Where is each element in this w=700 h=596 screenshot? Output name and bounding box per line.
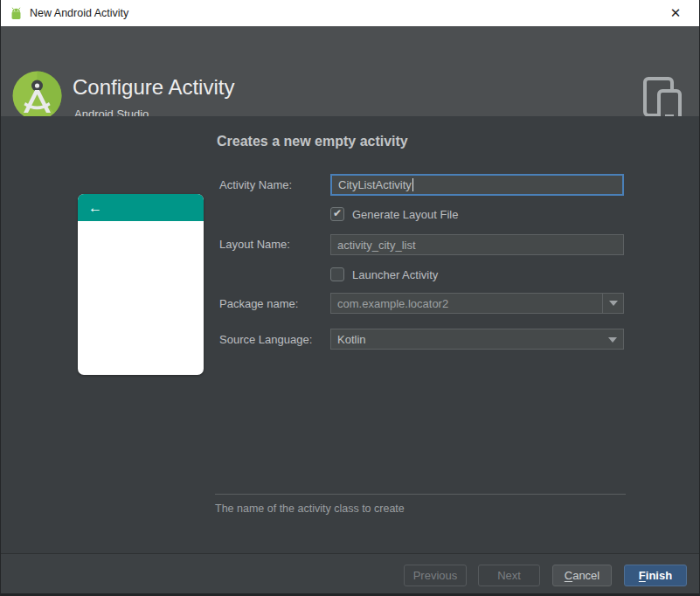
preview-appbar: ← bbox=[78, 194, 204, 221]
previous-button[interactable]: Previous bbox=[404, 565, 467, 586]
cancel-label-rest: ancel bbox=[572, 569, 600, 582]
launcher-activity-checkbox-row[interactable]: Launcher Activity bbox=[330, 267, 438, 281]
generate-layout-label: Generate Layout File bbox=[352, 208, 458, 221]
dialog-footer: Previous Next Cancel Finish bbox=[1, 553, 699, 596]
package-name-value: com.example.locator2 bbox=[337, 297, 448, 310]
layout-name-input[interactable]: activity_city_list bbox=[330, 234, 624, 255]
cancel-mnemonic: C bbox=[565, 569, 572, 582]
activity-name-label: Activity Name: bbox=[219, 178, 292, 191]
hint-separator bbox=[215, 494, 626, 495]
android-studio-logo-icon bbox=[12, 71, 62, 121]
chevron-down-icon bbox=[609, 301, 618, 306]
activity-name-input[interactable]: CityListActivity bbox=[330, 174, 624, 196]
next-button[interactable]: Next bbox=[478, 565, 540, 586]
source-language-label: Source Language: bbox=[219, 333, 312, 346]
field-hint-text: The name of the activity class to create bbox=[215, 502, 405, 515]
close-icon[interactable]: ✕ bbox=[661, 0, 690, 26]
launcher-activity-checkbox[interactable] bbox=[330, 267, 344, 281]
layout-name-label: Layout Name: bbox=[219, 238, 290, 251]
checkmark-icon: ✔ bbox=[333, 208, 342, 218]
step-heading: Creates a new empty activity bbox=[217, 134, 408, 149]
launcher-activity-label: Launcher Activity bbox=[352, 268, 438, 281]
android-head-icon bbox=[9, 6, 24, 21]
wizard-header: Configure Activity Android Studio bbox=[1, 26, 699, 116]
cancel-button[interactable]: Cancel bbox=[552, 565, 612, 586]
generate-layout-checkbox[interactable]: ✔ bbox=[330, 207, 344, 221]
package-name-dropdown-button[interactable] bbox=[602, 294, 623, 313]
text-caret bbox=[412, 178, 413, 191]
activity-preview-thumbnail: ← bbox=[78, 194, 204, 375]
back-arrow-icon: ← bbox=[88, 200, 102, 216]
generate-layout-checkbox-row[interactable]: ✔ Generate Layout File bbox=[330, 207, 458, 221]
finish-mnemonic: F bbox=[639, 569, 646, 582]
package-name-label: Package name: bbox=[219, 297, 298, 310]
wizard-body: Creates a new empty activity ← Activity … bbox=[1, 116, 699, 553]
source-language-dropdown[interactable]: Kotlin bbox=[330, 329, 624, 350]
activity-name-value: CityListActivity bbox=[338, 178, 412, 191]
new-android-activity-dialog: New Android Activity ✕ Configure Activit… bbox=[0, 0, 700, 596]
finish-label-rest: inish bbox=[646, 569, 672, 582]
chevron-down-icon bbox=[608, 337, 617, 343]
source-language-value: Kotlin bbox=[337, 333, 366, 346]
package-name-combobox[interactable]: com.example.locator2 bbox=[330, 293, 624, 314]
window-title: New Android Activity bbox=[30, 7, 128, 19]
wizard-title: Configure Activity bbox=[73, 75, 234, 100]
finish-button[interactable]: Finish bbox=[624, 565, 687, 586]
layout-name-value: activity_city_list bbox=[337, 239, 416, 252]
title-bar: New Android Activity ✕ bbox=[1, 0, 699, 26]
